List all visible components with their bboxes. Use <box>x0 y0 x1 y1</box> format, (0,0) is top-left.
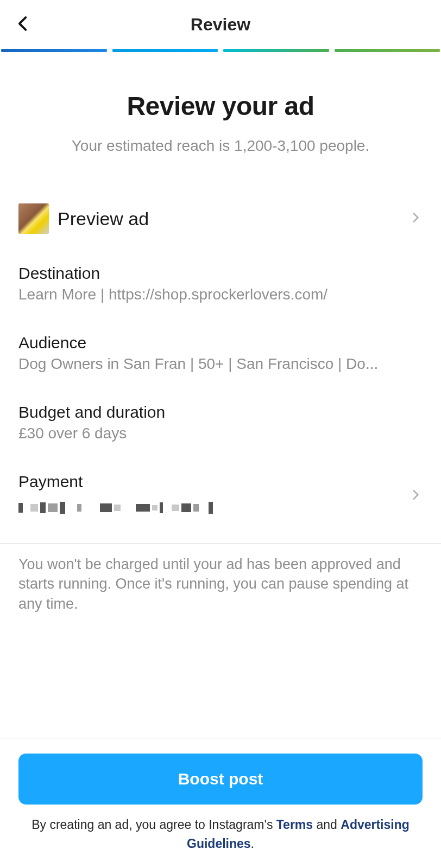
destination-title: Destination <box>18 264 423 283</box>
boost-post-button[interactable]: Boost post <box>18 754 423 805</box>
audience-value: Dog Owners in San Fran | 50+ | San Franc… <box>18 355 423 373</box>
estimated-reach: Your estimated reach is 1,200-3,100 peop… <box>16 137 425 155</box>
budget-section: Budget and duration £30 over 6 days <box>0 403 441 442</box>
payment-row[interactable]: Payment <box>0 473 441 517</box>
agree-mid: and <box>313 818 341 832</box>
destination-value: Learn More | https://shop.sprockerlovers… <box>18 286 423 303</box>
page-title: Review <box>191 15 250 35</box>
audience-section: Audience Dog Owners in San Fran | 50+ | … <box>0 334 441 373</box>
intro: Review your ad Your estimated reach is 1… <box>0 52 441 155</box>
back-button[interactable] <box>10 10 37 39</box>
agree-prefix: By creating an ad, you agree to Instagra… <box>32 818 276 832</box>
audience-title: Audience <box>18 334 423 352</box>
charge-disclaimer: You won't be charged until your ad has b… <box>0 544 441 614</box>
agree-suffix: . <box>251 837 254 851</box>
ad-thumbnail <box>18 203 49 234</box>
chevron-right-icon <box>408 488 423 504</box>
agreement-text: By creating an ad, you agree to Instagra… <box>18 815 423 853</box>
payment-redacted <box>18 499 268 517</box>
budget-value: £30 over 6 days <box>18 425 423 442</box>
preview-ad-label: Preview ad <box>58 208 400 229</box>
terms-link[interactable]: Terms <box>276 818 313 832</box>
budget-title: Budget and duration <box>18 403 423 422</box>
destination-section: Destination Learn More | https://shop.sp… <box>0 264 441 303</box>
header: Review <box>0 0 441 49</box>
payment-title: Payment <box>18 473 408 491</box>
preview-ad-row[interactable]: Preview ad <box>0 203 441 234</box>
chevron-right-icon <box>408 210 423 227</box>
chevron-left-icon <box>14 15 33 33</box>
intro-heading: Review your ad <box>16 91 425 121</box>
footer: Boost post By creating an ad, you agree … <box>0 738 441 868</box>
